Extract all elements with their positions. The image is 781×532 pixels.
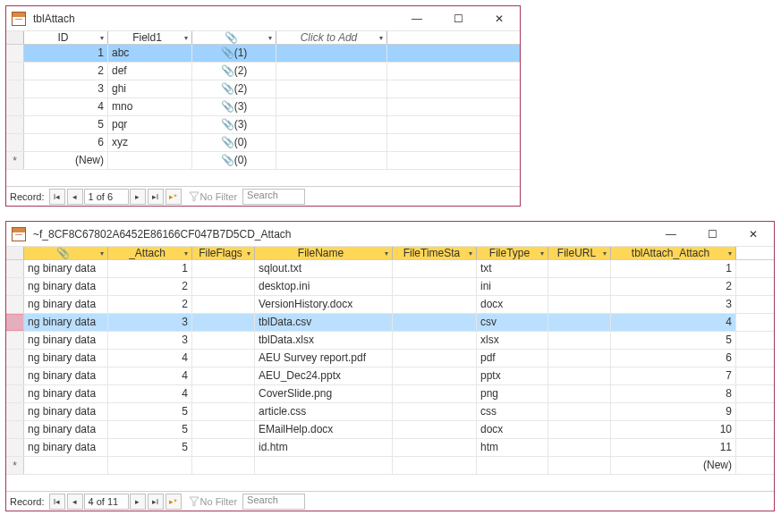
cell-fileurl[interactable]	[548, 278, 611, 295]
chevron-down-icon[interactable]: ▾	[379, 34, 383, 42]
cell-filetimestamp[interactable]	[393, 457, 477, 474]
table-row[interactable]: *(New)	[6, 457, 774, 475]
nav-first[interactable]: I◂	[49, 494, 65, 510]
cell-filename[interactable]: tblData.csv	[255, 314, 393, 331]
cell-tblattach[interactable]: 8	[611, 385, 736, 402]
cell-data[interactable]	[24, 457, 108, 474]
cell-filetype[interactable]: docx	[477, 421, 548, 438]
cell-filetimestamp[interactable]	[393, 385, 477, 402]
cell-fileflags[interactable]	[192, 278, 255, 295]
cell-fileflags[interactable]	[192, 439, 255, 456]
cell-filename[interactable]: AEU_Dec24.pptx	[255, 367, 393, 384]
cell-filetype[interactable]	[477, 457, 548, 474]
row-selector[interactable]	[6, 260, 24, 277]
table-row[interactable]: 5pqr📎(3)	[6, 116, 520, 134]
cell-filetimestamp[interactable]	[393, 367, 477, 384]
cell-data[interactable]: ng binary data	[24, 350, 108, 367]
minimize-button[interactable]: —	[396, 6, 437, 31]
col-filename[interactable]: FileName▾	[255, 247, 393, 259]
cell-add[interactable]	[276, 98, 387, 115]
minimize-button[interactable]: —	[650, 222, 692, 247]
cell-filetype[interactable]: csv	[477, 314, 548, 331]
col-attachment[interactable]: 📎▾	[192, 31, 276, 44]
cell-data[interactable]: ng binary data	[24, 332, 108, 349]
no-filter[interactable]: No Filter	[183, 495, 243, 508]
cell-filename[interactable]: EMailHelp.docx	[255, 421, 393, 438]
col-fileurl[interactable]: FileURL▾	[548, 247, 611, 259]
cell-filename[interactable]: CoverSlide.png	[255, 385, 393, 402]
cell-tblattach[interactable]: 4	[611, 314, 736, 331]
cell-field1[interactable]	[108, 152, 192, 169]
row-selector[interactable]	[6, 80, 24, 97]
cell-field1[interactable]: pqr	[108, 116, 192, 133]
cell-filetimestamp[interactable]	[393, 403, 477, 420]
cell-attach[interactable]: 5	[108, 403, 192, 420]
cell-add[interactable]	[276, 152, 387, 169]
col-attach[interactable]: _Attach▾	[108, 247, 192, 259]
cell-attach[interactable]: 5	[108, 439, 192, 456]
cell-add[interactable]	[276, 45, 387, 62]
cell-tblattach[interactable]: 3	[611, 296, 736, 313]
row-selector[interactable]	[6, 314, 24, 331]
col-filetype[interactable]: FileType▾	[477, 247, 548, 259]
cell-fileurl[interactable]	[548, 260, 611, 277]
search-box[interactable]: Search	[242, 189, 305, 205]
nav-prev[interactable]: ◂	[67, 189, 83, 205]
cell-filetype[interactable]: docx	[477, 296, 548, 313]
row-selector[interactable]	[6, 439, 24, 456]
cell-attach[interactable]: 3	[108, 314, 192, 331]
table-row[interactable]: ng binary data4CoverSlide.pngpng8	[6, 385, 774, 403]
table-row[interactable]: 1abc📎(1)	[6, 45, 520, 63]
table-row[interactable]: ng binary data2VersionHistory.docxdocx3	[6, 296, 774, 314]
cell-filetimestamp[interactable]	[393, 260, 477, 277]
maximize-button[interactable]: ☐	[437, 6, 479, 31]
maximize-button[interactable]: ☐	[692, 222, 733, 247]
cell-fileurl[interactable]	[548, 403, 611, 420]
no-filter[interactable]: No Filter	[183, 190, 243, 203]
row-selector[interactable]	[6, 403, 24, 420]
cell-filetype[interactable]: png	[477, 385, 548, 402]
cell-add[interactable]	[276, 134, 387, 151]
cell-field1[interactable]: xyz	[108, 134, 192, 151]
cell-fileurl[interactable]	[548, 439, 611, 456]
cell-attachment[interactable]: 📎(2)	[192, 80, 276, 97]
cell-add[interactable]	[276, 80, 387, 97]
col-id[interactable]: ID▾	[24, 31, 108, 44]
cell-filename[interactable]: tblData.xlsx	[255, 332, 393, 349]
row-selector[interactable]	[6, 98, 24, 115]
table-row[interactable]: 2def📎(2)	[6, 63, 520, 80]
row-selector[interactable]	[6, 63, 24, 80]
cell-fileflags[interactable]	[192, 332, 255, 349]
cell-filetype[interactable]: xlsx	[477, 332, 548, 349]
cell-attach[interactable]: 2	[108, 278, 192, 295]
cell-fileurl[interactable]	[548, 350, 611, 367]
table-row[interactable]: ng binary data3tblData.xlsxxlsx5	[6, 332, 774, 350]
cell-filetimestamp[interactable]	[393, 439, 477, 456]
col-tblattach[interactable]: tblAttach_Attach▾	[611, 247, 736, 259]
col-clicktoadd[interactable]: Click to Add▾	[276, 31, 387, 44]
chevron-down-icon[interactable]: ▾	[540, 249, 544, 258]
cell-id[interactable]: 1	[24, 45, 108, 62]
cell-attach[interactable]: 3	[108, 332, 192, 349]
cell-data[interactable]: ng binary data	[24, 260, 108, 277]
cell-data[interactable]: ng binary data	[24, 367, 108, 384]
cell-fileflags[interactable]	[192, 260, 255, 277]
cell-field1[interactable]: ghi	[108, 80, 192, 97]
row-selector[interactable]	[6, 367, 24, 384]
cell-id[interactable]: 6	[24, 134, 108, 151]
col-filetimestamp[interactable]: FileTimeSta▾	[393, 247, 477, 259]
chevron-down-icon[interactable]: ▾	[469, 249, 472, 258]
cell-field1[interactable]: mno	[108, 98, 192, 115]
row-selector[interactable]	[6, 134, 24, 151]
row-selector[interactable]	[6, 385, 24, 402]
cell-filename[interactable]	[255, 457, 393, 474]
cell-fileflags[interactable]	[192, 367, 255, 384]
titlebar[interactable]: ~f_8CF8C67802A6452E86166CF047B7D5CD_Atta…	[6, 222, 774, 247]
row-selector[interactable]	[6, 421, 24, 438]
cell-attachment[interactable]: 📎(0)	[192, 152, 276, 169]
table-row[interactable]: ng binary data5id.htmhtm11	[6, 439, 774, 457]
cell-fileflags[interactable]	[192, 421, 255, 438]
cell-fileflags[interactable]	[192, 385, 255, 402]
cell-fileflags[interactable]	[192, 403, 255, 420]
cell-fileflags[interactable]	[192, 314, 255, 331]
